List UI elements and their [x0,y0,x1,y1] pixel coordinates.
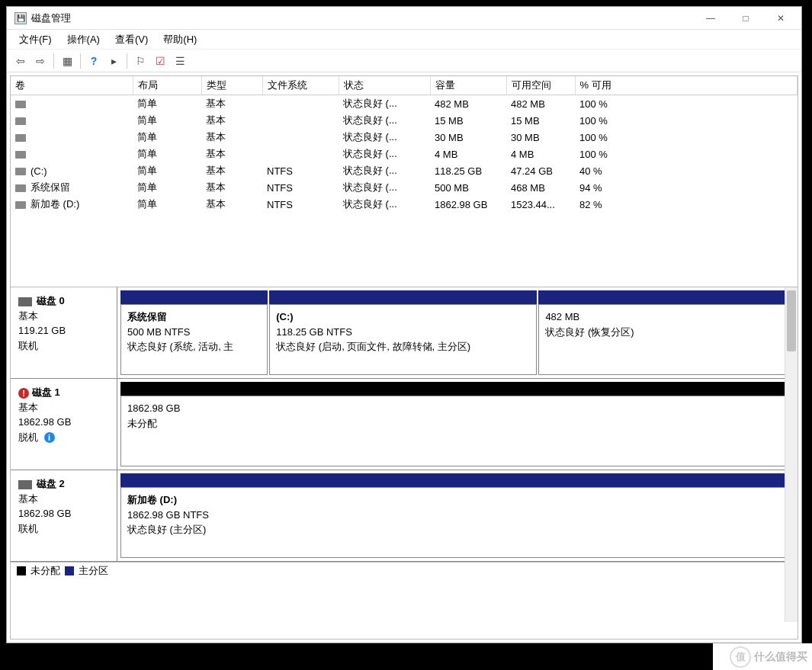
volume-status: 状态良好 (... [339,179,430,196]
disk-type: 基本 [18,400,109,415]
disk-state: 脱机 [18,431,38,443]
partition-header-primary [120,473,793,487]
volume-capacity: 1862.98 GB [430,196,506,213]
legend-unalloc-icon [17,566,26,575]
legend-bar: 未分配 主分区 [11,562,798,579]
help-button[interactable]: ? [85,52,103,70]
maximize-button[interactable]: □ [728,7,763,30]
volume-pct: 100 % [575,129,798,146]
volume-free: 15 MB [506,112,575,129]
volume-capacity: 30 MB [430,129,506,146]
back-button[interactable]: ⇦ [11,52,30,70]
legend-primary-label: 主分区 [79,564,108,578]
volume-status: 状态良好 (... [339,162,430,179]
partition-title: 新加卷 (D:) [127,492,786,508]
col-capacity[interactable]: 容量 [430,76,506,95]
partition-block[interactable]: 1862.98 GB未分配 [120,396,793,466]
volume-row[interactable]: (C:)简单基本NTFS状态良好 (...118.25 GB47.24 GB40… [11,162,798,179]
col-layout[interactable]: 布局 [133,76,201,95]
col-volume[interactable]: 卷 [11,76,133,95]
partition-block[interactable]: 482 MB状态良好 (恢复分区) [538,304,793,375]
volume-row[interactable]: 简单基本状态良好 (...482 MB482 MB100 % [11,95,798,113]
menu-file[interactable]: 文件(F) [11,31,59,48]
settings-button[interactable]: ☑ [151,52,169,70]
disk-graphical-pane[interactable]: 磁盘 0基本119.21 GB联机系统保留500 MB NTFS状态良好 (系统… [10,287,798,640]
partition-status: 状态良好 (启动, 页面文件, 故障转储, 主分区) [276,339,530,354]
separator [127,53,127,69]
partition-block[interactable]: (C:)118.25 GB NTFS状态良好 (启动, 页面文件, 故障转储, … [269,304,537,375]
table-header-row[interactable]: 卷 布局 类型 文件系统 状态 容量 可用空间 % 可用 [11,76,798,95]
disk-name: 磁盘 1 [32,386,60,398]
disk-state: 联机 [18,523,38,534]
volume-free: 47.24 GB [506,162,575,179]
refresh-button[interactable]: ▸ [104,52,123,70]
properties-button[interactable]: ☰ [171,52,189,70]
partition-size: 1862.98 GB [127,401,786,416]
col-free[interactable]: 可用空间 [506,76,575,95]
watermark-icon: 值 [730,646,751,668]
disk-type: 基本 [18,309,109,324]
partition-size: 118.25 GB NTFS [276,325,530,340]
volume-layout: 简单 [133,95,201,113]
disk-error-icon: ! [18,388,29,399]
volume-layout: 简单 [133,146,201,162]
volume-layout: 简单 [133,179,201,196]
titlebar[interactable]: 💾 磁盘管理 — □ ✕ [7,7,801,30]
volume-pct: 40 % [575,162,798,179]
scrollbar-thumb[interactable] [787,290,796,351]
volume-row[interactable]: 简单基本状态良好 (...4 MB4 MB100 % [11,146,798,162]
volume-icon [15,134,26,142]
partition-body: 系统保留500 MB NTFS状态良好 (系统, 活动, 主(C:)118.25… [120,304,794,375]
volume-status: 状态良好 (... [339,129,430,146]
col-status[interactable]: 状态 [339,76,430,95]
disk-row[interactable]: 磁盘 0基本119.21 GB联机系统保留500 MB NTFS状态良好 (系统… [11,287,798,379]
volume-type: 基本 [201,95,262,113]
partition-header-primary [538,290,793,304]
disk-name: 磁盘 0 [37,295,65,306]
menu-view[interactable]: 查看(V) [108,31,156,48]
volume-capacity: 500 MB [430,179,506,196]
volume-type: 基本 [201,162,262,179]
menu-action[interactable]: 操作(A) [59,31,108,48]
disk-icon [18,480,32,489]
col-type[interactable]: 类型 [201,76,262,95]
volume-capacity: 15 MB [430,112,506,129]
volume-row[interactable]: 简单基本状态良好 (...30 MB30 MB100 % [11,129,798,146]
separator [80,53,81,69]
show-hide-button[interactable]: ▦ [58,52,76,70]
rescan-button[interactable]: ⚐ [131,52,149,70]
volume-layout: 简单 [133,196,201,213]
disk-label: 磁盘 0基本119.21 GB联机 [11,287,117,378]
partition-header-primary [269,290,537,304]
disk-label: 磁盘 2基本1862.98 GB联机 [11,470,117,561]
col-pct[interactable]: % 可用 [575,76,798,95]
vertical-scrollbar[interactable] [785,287,798,622]
volume-icon [15,101,26,108]
volume-layout: 简单 [133,162,201,179]
volume-name: (C:) [30,165,47,177]
disk-size: 119.21 GB [18,323,109,338]
volume-fs [262,112,339,129]
volume-icon [15,184,26,192]
volume-status: 状态良好 (... [339,196,430,213]
disk-row[interactable]: !磁盘 1基本1862.98 GB脱机 i1862.98 GB未分配 [11,379,798,470]
minimize-button[interactable]: — [693,7,728,30]
volume-free: 30 MB [506,129,575,146]
close-button[interactable]: ✕ [763,7,798,30]
col-fs[interactable]: 文件系统 [262,76,339,95]
menu-help[interactable]: 帮助(H) [156,31,204,48]
forward-button[interactable]: ⇨ [31,52,50,70]
volume-row[interactable]: 新加卷 (D:)简单基本NTFS状态良好 (...1862.98 GB1523.… [11,196,798,213]
legend-primary-icon [65,566,74,575]
partition-block[interactable]: 系统保留500 MB NTFS状态良好 (系统, 活动, 主 [120,304,268,375]
volume-fs [262,146,339,162]
disk-row[interactable]: 磁盘 2基本1862.98 GB联机新加卷 (D:)1862.98 GB NTF… [11,470,798,562]
partition-block[interactable]: 新加卷 (D:)1862.98 GB NTFS状态良好 (主分区) [120,487,793,558]
volume-pct: 100 % [575,112,798,129]
volume-icon [15,168,26,175]
separator [53,53,54,69]
volumes-list-pane[interactable]: 卷 布局 类型 文件系统 状态 容量 可用空间 % 可用 简单基本状态良好 (.… [10,75,798,287]
volume-row[interactable]: 简单基本状态良好 (...15 MB15 MB100 % [11,112,798,129]
volume-row[interactable]: 系统保留简单基本NTFS状态良好 (...500 MB468 MB94 % [11,179,798,196]
volume-free: 4 MB [506,146,575,162]
